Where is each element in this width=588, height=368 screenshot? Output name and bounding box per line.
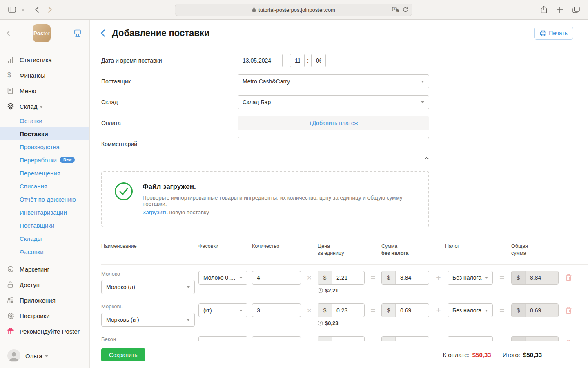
sidebar-item-processings[interactable]: Переработки New — [0, 153, 89, 166]
quantity-input[interactable] — [252, 271, 301, 285]
tax-select[interactable]: Без налога — [448, 336, 493, 341]
reload-icon[interactable] — [403, 7, 408, 13]
supply-form: Дата и время поставки : Поставщик Metro … — [90, 47, 588, 341]
sidebar: Poster Статистика $ Финансы Меню — [0, 20, 90, 368]
pos-terminal-icon[interactable] — [73, 29, 82, 37]
sidebar-item-inventories[interactable]: Инвентаризации — [0, 206, 89, 219]
sidebar-item-finance[interactable]: $ Финансы — [0, 67, 89, 83]
chevron-down-icon — [40, 106, 43, 108]
last-price-hint: $0,23 — [318, 320, 365, 326]
warehouse-select[interactable]: Склад Бар — [238, 95, 429, 109]
address-bar[interactable]: tutorial-posterpos.joinposter.com Ax — [175, 4, 412, 16]
comment-input[interactable] — [238, 137, 429, 159]
sidebar-toggle-icon[interactable] — [8, 7, 16, 13]
sidebar-item-warehouse[interactable]: Склад — [0, 99, 89, 114]
price-input[interactable] — [332, 304, 364, 317]
trash-icon[interactable] — [565, 303, 572, 314]
chevron-down-icon — [421, 81, 424, 83]
translate-icon[interactable]: Ax — [392, 7, 399, 13]
price-input-group: $ — [318, 271, 365, 285]
back-button[interactable] — [100, 29, 105, 37]
sidebar-item-movement-report[interactable]: Отчёт по движению — [0, 193, 89, 206]
payment-label: Оплата — [101, 116, 238, 130]
sidebar-item-leftovers[interactable]: Остатки — [0, 114, 89, 127]
column-header-name: Наименование — [101, 243, 198, 264]
quantity-input[interactable] — [252, 336, 301, 341]
avatar — [7, 349, 20, 362]
tabs-overview-icon[interactable] — [572, 7, 580, 13]
table-header: Наименование Фасовки Количество Ценаза е… — [101, 243, 588, 264]
sidebar-collapse-icon[interactable] — [7, 30, 10, 36]
document-icon — [7, 88, 20, 94]
price-input[interactable] — [332, 271, 364, 284]
print-button[interactable]: Печать — [534, 27, 573, 40]
sidebar-item-supplies[interactable]: Поставки — [0, 127, 89, 140]
payment-box: +Добавить платеж — [238, 116, 429, 130]
table-row: Морковь Морковь (кг) (кг) × $ $0,23 — [101, 297, 588, 330]
sum-input[interactable] — [396, 271, 429, 284]
sidebar-item-productions[interactable]: Производства — [0, 140, 89, 153]
sidebar-item-access[interactable]: Доступ — [0, 277, 89, 292]
supplier-select[interactable]: Metro Cash&Carry — [238, 74, 429, 88]
plus-operator: + — [429, 271, 448, 283]
supplier-label: Поставщик — [101, 74, 238, 88]
hour-input[interactable] — [290, 54, 305, 67]
chevron-down-icon — [45, 355, 48, 357]
column-header-total: Общаясумма — [511, 243, 528, 264]
trash-icon[interactable] — [565, 336, 572, 341]
total-label: Итого: — [503, 351, 520, 358]
column-header-tax: Налог — [445, 243, 511, 264]
add-payment-link[interactable]: +Добавить платеж — [309, 120, 358, 126]
url-text: tutorial-posterpos.joinposter.com — [258, 7, 335, 13]
packaging-select[interactable]: (кг) — [198, 303, 247, 317]
sidebar-item-applications[interactable]: Приложения — [0, 292, 89, 308]
gift-icon — [7, 328, 20, 334]
packaging-select[interactable]: Молоко 0,… — [198, 271, 247, 285]
save-button[interactable]: Сохранить — [101, 348, 145, 361]
sidebar-item-movements[interactable]: Перемещения — [0, 166, 89, 180]
notice-description: Проверьте импортированные товары и ингре… — [143, 195, 416, 207]
total-input — [526, 337, 558, 341]
file-uploaded-notice: Файл загружен. Проверьте импортированные… — [101, 171, 429, 227]
lock-open-icon — [7, 281, 20, 288]
price-input[interactable] — [332, 337, 364, 341]
product-select[interactable]: Молоко (л) — [101, 280, 195, 294]
minute-input[interactable] — [311, 54, 326, 67]
total-input-group: $ — [511, 303, 559, 317]
sidebar-item-suppliers[interactable]: Поставщики — [0, 219, 89, 232]
back-button[interactable] — [35, 6, 39, 13]
chevron-down-icon[interactable] — [21, 9, 25, 11]
sidebar-item-writeoffs[interactable]: Списания — [0, 180, 89, 193]
product-name-label: Бекон — [101, 336, 198, 341]
sidebar-item-settings[interactable]: Настройки — [0, 308, 89, 323]
total-input — [526, 304, 558, 317]
warehouse-label: Склад — [101, 95, 238, 109]
packaging-select[interactable]: (кг) — [198, 336, 247, 341]
sidebar-item-packagings[interactable]: Фасовки — [0, 245, 89, 258]
user-menu[interactable]: Ольга — [0, 343, 89, 368]
tax-select[interactable]: Без налога — [448, 303, 493, 317]
success-check-icon — [114, 182, 133, 215]
new-tab-icon[interactable] — [557, 7, 563, 13]
sidebar-item-recommend[interactable]: Рекомендуйте Poster — [0, 323, 89, 339]
browser-chrome: tutorial-posterpos.joinposter.com Ax — [0, 0, 588, 20]
bar-chart-icon — [7, 57, 20, 63]
total-input — [526, 271, 558, 284]
clock-icon — [318, 288, 323, 293]
sidebar-item-statistics[interactable]: Статистика — [0, 52, 89, 67]
trash-icon[interactable] — [565, 271, 572, 281]
forward-button[interactable] — [48, 6, 52, 13]
upload-new-link[interactable]: Загрузить — [143, 209, 168, 215]
tax-select[interactable]: Без налога — [448, 271, 493, 285]
sidebar-item-warehouses[interactable]: Склады — [0, 232, 89, 245]
sum-input[interactable] — [396, 304, 429, 317]
quantity-input[interactable] — [252, 303, 301, 317]
date-input[interactable] — [238, 54, 283, 67]
product-select[interactable]: Морковь (кг) — [101, 313, 195, 327]
sum-input[interactable] — [396, 337, 429, 341]
sidebar-item-marketing[interactable]: Маркетинг — [0, 261, 89, 277]
sidebar-item-menu[interactable]: Меню — [0, 83, 89, 99]
grid-icon — [7, 297, 20, 303]
time-separator: : — [307, 57, 309, 64]
share-icon[interactable] — [541, 6, 547, 13]
